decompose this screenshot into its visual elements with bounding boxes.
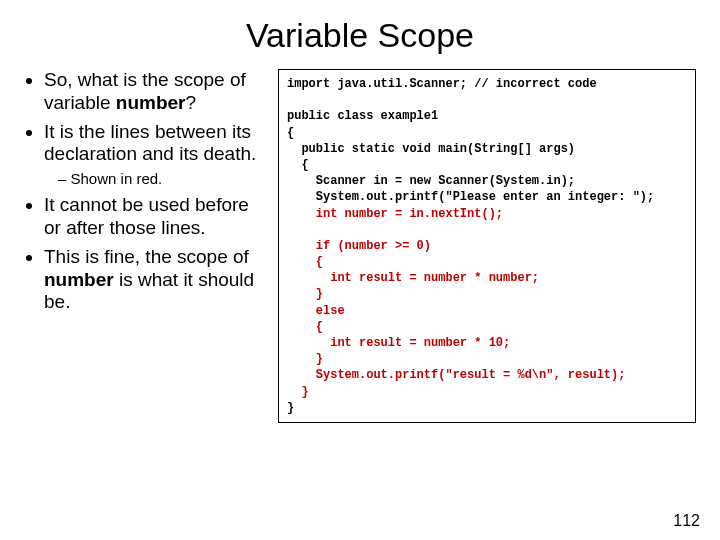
code-l07: Scanner in = new Scanner(System.in); [287,174,575,188]
slide-title: Variable Scope [24,16,696,55]
code-box: import java.util.Scanner; // incorrect c… [278,69,696,423]
bullet-2-text: It is the lines between its declaration … [44,121,256,165]
code-l19: System.out.printf("result = %d\n", resul… [287,368,625,382]
code-l05: public static void main(String[] args) [287,142,575,156]
code-l01: import java.util.Scanner; // incorrect c… [287,77,597,91]
bullet-2-sublist: Shown in red. [44,170,264,188]
page-number: 112 [673,512,700,530]
bullet-4-pre: This is fine, the scope of [44,246,249,267]
code-l21: } [287,401,294,415]
code-l09: int number = in.nextInt(); [287,207,503,221]
code-l04: { [287,126,294,140]
bullet-4-bold: number [44,269,114,290]
code-l11: if (number >= 0) [287,239,431,253]
code-l13: int result = number * number; [287,271,539,285]
bullet-1-post: ? [186,92,197,113]
bullet-column: So, what is the scope of variable number… [24,69,264,423]
bullet-1-bold: number [116,92,186,113]
bullet-2: It is the lines between its declaration … [44,121,264,189]
code-l14: } [287,287,323,301]
code-l06: { [287,158,309,172]
code-l08: System.out.printf("Please enter an integ… [287,190,654,204]
code-l16: { [287,320,323,334]
bullet-2-sub: Shown in red. [58,170,264,188]
bullet-3: It cannot be used before or after those … [44,194,264,240]
code-l15: else [287,304,345,318]
code-l17: int result = number * 10; [287,336,510,350]
bullet-4: This is fine, the scope of number is wha… [44,246,264,314]
bullet-1: So, what is the scope of variable number… [44,69,264,115]
code-l18: } [287,352,323,366]
slide: Variable Scope So, what is the scope of … [0,0,720,540]
code-l12: { [287,255,323,269]
code-l03: public class example1 [287,109,438,123]
bullet-list: So, what is the scope of variable number… [24,69,264,314]
slide-body: So, what is the scope of variable number… [24,69,696,423]
code-l20: } [287,385,309,399]
